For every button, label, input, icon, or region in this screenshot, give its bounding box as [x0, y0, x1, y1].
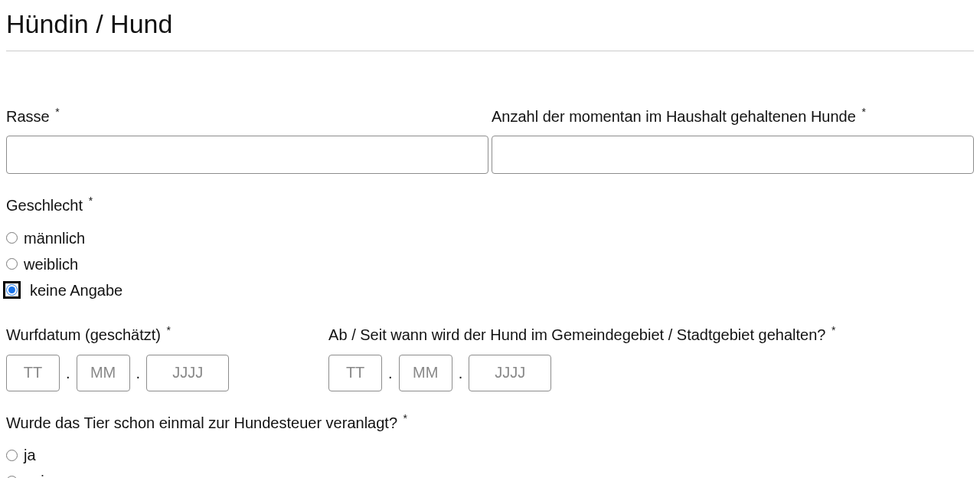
section-divider — [6, 51, 974, 51]
sex-label: Geschlecht * — [6, 194, 974, 216]
since-date-label: Ab / Seit wann wird der Hund im Gemeinde… — [328, 323, 967, 345]
required-star: * — [403, 412, 407, 424]
date-separator: . — [388, 362, 393, 384]
taxed-radio-yes[interactable] — [6, 450, 18, 461]
since-date-label-text: Ab / Seit wann wird der Hund im Gemeinde… — [328, 326, 825, 343]
since-day-input[interactable] — [328, 355, 382, 391]
litter-month-input[interactable] — [77, 355, 130, 391]
required-star: * — [861, 106, 865, 118]
since-date-group: . . — [328, 355, 967, 391]
focus-ring — [3, 281, 21, 299]
taxed-radio-no-label[interactable]: nein — [24, 470, 53, 478]
dog-count-label: Anzahl der momentan im Haushalt gehalten… — [492, 105, 974, 127]
sex-field: Geschlecht * männlich weiblich keine Ang… — [6, 194, 974, 303]
taxed-option-yes: ja — [6, 442, 974, 468]
since-date-field: Ab / Seit wann wird der Hund im Gemeinde… — [328, 323, 967, 391]
sex-option-female: weiblich — [6, 251, 974, 277]
breed-field: Rasse * — [6, 105, 488, 175]
date-separator: . — [136, 362, 141, 384]
sex-option-male: männlich — [6, 225, 974, 251]
breed-label-text: Rasse — [6, 107, 50, 124]
sex-radio-female-label[interactable]: weiblich — [24, 254, 78, 275]
date-separator: . — [459, 362, 463, 384]
sex-option-none: keine Angabe — [6, 277, 974, 303]
litter-year-input[interactable] — [146, 355, 229, 391]
litter-day-input[interactable] — [6, 355, 60, 391]
sex-radio-group: männlich weiblich keine Angabe — [6, 225, 974, 303]
sex-radio-female[interactable] — [6, 258, 18, 270]
taxed-label: Wurde das Tier schon einmal zur Hundeste… — [6, 411, 974, 434]
dog-count-input[interactable] — [492, 136, 974, 174]
sex-radio-male[interactable] — [6, 232, 18, 244]
breed-input[interactable] — [6, 136, 488, 174]
date-separator: . — [66, 362, 70, 384]
dog-count-label-text: Anzahl der momentan im Haushalt gehalten… — [492, 107, 856, 124]
sex-radio-none[interactable] — [6, 284, 18, 296]
since-year-input[interactable] — [469, 355, 551, 391]
taxed-field: Wurde das Tier schon einmal zur Hundeste… — [6, 411, 974, 478]
sex-radio-none-label[interactable]: keine Angabe — [30, 280, 122, 301]
required-star: * — [55, 106, 59, 118]
taxed-label-text: Wurde das Tier schon einmal zur Hundeste… — [6, 414, 397, 431]
required-star: * — [167, 324, 171, 336]
page-title: Hündin / Hund — [6, 6, 974, 43]
sex-radio-male-label[interactable]: männlich — [24, 228, 85, 249]
litter-date-label: Wurfdatum (geschätzt) * — [6, 323, 325, 345]
taxed-radio-yes-label[interactable]: ja — [24, 444, 36, 466]
since-month-input[interactable] — [399, 355, 452, 391]
required-star: * — [831, 324, 835, 336]
litter-date-label-text: Wurfdatum (geschätzt) — [6, 326, 161, 343]
dog-count-field: Anzahl der momentan im Haushalt gehalten… — [492, 105, 974, 175]
breed-label: Rasse * — [6, 105, 488, 127]
taxed-option-no: nein — [6, 468, 974, 478]
litter-date-group: . . — [6, 355, 325, 391]
litter-date-field: Wurfdatum (geschätzt) * . . — [6, 323, 325, 391]
required-star: * — [89, 195, 93, 207]
sex-label-text: Geschlecht — [6, 197, 83, 214]
taxed-radio-group: ja nein — [6, 442, 974, 478]
